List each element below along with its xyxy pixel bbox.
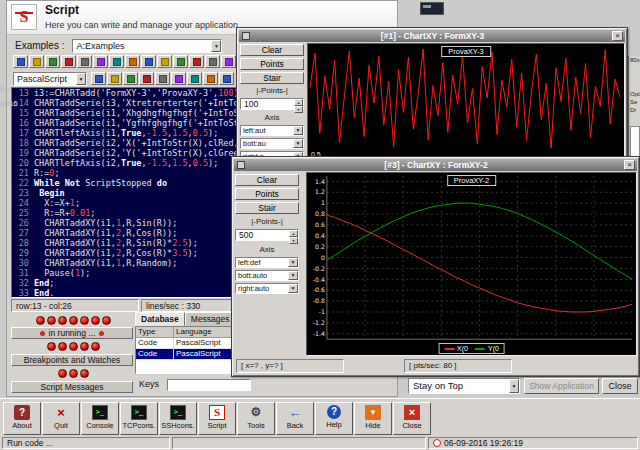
taskbar-button-about[interactable]: ?About	[3, 402, 41, 435]
toolbar-preview-button[interactable]	[93, 55, 108, 68]
options-icon	[223, 75, 231, 83]
taskbar-button-back[interactable]: ←Back	[276, 402, 314, 435]
bottom-axis-combo[interactable]: bott:auto	[235, 270, 299, 281]
chart-window-formxy3: [#1] - ChartXY : FormXY-3 Clear Points S…	[236, 27, 628, 164]
spin-down-icon[interactable]: ▾	[289, 237, 298, 244]
breakpoints-panel-header[interactable]: Breakpoints and Watches	[11, 354, 133, 366]
close-icon[interactable]	[624, 160, 635, 170]
stair-button[interactable]: Stair	[240, 72, 304, 84]
chevron-down-icon[interactable]	[293, 126, 303, 135]
chart-title: ProvaXY-3	[441, 46, 491, 57]
close-button[interactable]: Close	[602, 378, 638, 394]
chevron-down-icon[interactable]	[288, 271, 298, 280]
language-combo[interactable]: PascalScript	[13, 72, 87, 86]
axis-label: Axis	[240, 113, 304, 122]
open-icon	[33, 58, 41, 66]
toolbar-find-button[interactable]	[189, 55, 204, 68]
toolbar-run-button[interactable]	[107, 72, 122, 85]
points-button[interactable]: Points	[240, 58, 304, 70]
taskbar-button-tools[interactable]: ⚙Tools	[237, 402, 275, 435]
chevron-down-icon[interactable]	[293, 139, 303, 148]
right-axis-combo[interactable]: right:auto	[235, 283, 299, 294]
points-count-label: |-Points-|	[240, 86, 304, 95]
titlebar[interactable]: [#1] - ChartXY : FormXY-3	[239, 30, 625, 42]
toolbar-add-watch-button[interactable]	[203, 72, 218, 85]
titlebar[interactable]: [#3] - ChartXY : FormXY-2	[234, 159, 637, 171]
taskbar-button-script[interactable]: SScript	[198, 402, 236, 435]
toolbar-pause-button[interactable]	[123, 72, 138, 85]
stay-on-top-combo[interactable]: Stay on Top	[408, 378, 520, 394]
ladybug-icon[interactable]	[47, 342, 56, 351]
ladybug-icon[interactable]	[36, 316, 45, 325]
taskbar-button-quit[interactable]: ×Quit	[42, 402, 80, 435]
spin-up-icon[interactable]: ▴	[294, 99, 303, 106]
ladybug-icon[interactable]	[58, 316, 67, 325]
points-button[interactable]: Points	[235, 188, 299, 200]
bottom-axis-combo[interactable]: bott:au	[240, 138, 304, 149]
toolbar-undo-button[interactable]	[157, 55, 172, 68]
left-axis-combo[interactable]: left:aut	[240, 125, 304, 136]
points-spinner[interactable]: 500 ▴▾	[235, 229, 299, 241]
chart-plot-formxy3[interactable]: ProvaXY-3 0.5	[307, 43, 625, 161]
clear-button[interactable]: Clear	[235, 174, 299, 186]
ladybug-icon[interactable]	[91, 316, 100, 325]
left-axis-combo[interactable]: left:def	[235, 257, 299, 268]
ladybug-icon[interactable]	[91, 342, 100, 351]
line-number: 30	[12, 258, 34, 268]
tab-database[interactable]: Database	[135, 312, 185, 326]
toolbar-step-into-button[interactable]	[171, 72, 186, 85]
chevron-down-icon[interactable]	[211, 40, 221, 52]
examples-combo[interactable]: A:Examples	[72, 39, 222, 53]
toolbar-add-breakpoint-button[interactable]	[187, 72, 202, 85]
info-icon: ?	[14, 405, 30, 420]
toolbar-cut-button[interactable]	[109, 55, 124, 68]
console-icon: >_	[170, 405, 186, 420]
ladybug-icon[interactable]	[80, 342, 89, 351]
toolbar-save-all-button[interactable]	[61, 55, 76, 68]
ladybug-icon[interactable]	[69, 342, 78, 351]
ladybug-icon[interactable]	[102, 316, 111, 325]
toolbar-paste-button[interactable]	[141, 55, 156, 68]
toolbar-open-button[interactable]	[29, 55, 44, 68]
toolbar-save-button[interactable]	[45, 55, 60, 68]
ladybug-icon[interactable]	[47, 316, 56, 325]
stair-button[interactable]: Stair	[235, 202, 299, 214]
chevron-down-icon[interactable]	[76, 73, 86, 85]
toolbar-print-button[interactable]	[77, 55, 92, 68]
ladybug-icon[interactable]	[80, 316, 89, 325]
ladybug-icon[interactable]	[58, 342, 67, 351]
clear-button[interactable]: Clear	[240, 44, 304, 56]
toolbar-compile-button[interactable]	[91, 72, 106, 85]
ladybug-icon[interactable]	[69, 316, 78, 325]
status-filler	[172, 437, 426, 449]
chevron-down-icon[interactable]	[288, 258, 298, 267]
taskbar-button-help[interactable]: ?Help	[315, 402, 353, 435]
chart-plot-formxy2[interactable]: 1.41.210.80.60.40.20-0.2-0.4-0.6-0.8-1-1…	[306, 172, 637, 356]
close-icon[interactable]	[612, 31, 623, 41]
toolbar-run-button[interactable]	[205, 55, 220, 68]
spin-down-icon[interactable]: ▾	[294, 106, 303, 113]
toolbar-help-button[interactable]	[221, 55, 236, 68]
chevron-down-icon[interactable]	[288, 284, 298, 293]
taskbar-button-tcpcons[interactable]: >_TCPcons.	[120, 402, 158, 435]
taskbar-button-hide[interactable]: ▼Hide	[354, 402, 392, 435]
spin-up-icon[interactable]: ▴	[289, 230, 298, 237]
code-text: CHARTleftAxis(i1,True,-1.5,1.5,0.5);	[34, 128, 218, 138]
legend-label: X(0	[457, 345, 468, 352]
taskbar-button-close[interactable]: ×Close	[393, 402, 431, 435]
toolbar-redo-button[interactable]	[173, 55, 188, 68]
running-panel-header[interactable]: in running ...	[11, 327, 133, 339]
taskbar-button-console[interactable]: >_Console	[81, 402, 119, 435]
taskbar-button-sshcons[interactable]: >_SSHcons.	[159, 402, 197, 435]
points-spinner[interactable]: 100 ▴▾	[240, 98, 304, 110]
tab-messages[interactable]: Messages	[185, 312, 236, 326]
toolbar-stop-button[interactable]	[139, 72, 154, 85]
show-application-button[interactable]: Show Application	[524, 378, 599, 394]
toolbar-new-button[interactable]	[13, 55, 28, 68]
tray-window-icon[interactable]	[420, 2, 444, 15]
toolbar-row-2: PascalScript	[13, 71, 235, 86]
toolbar-options-button[interactable]	[219, 72, 234, 85]
toolbar-copy-button[interactable]	[125, 55, 140, 68]
chevron-down-icon[interactable]	[509, 379, 519, 393]
toolbar-step-over-button[interactable]	[155, 72, 170, 85]
